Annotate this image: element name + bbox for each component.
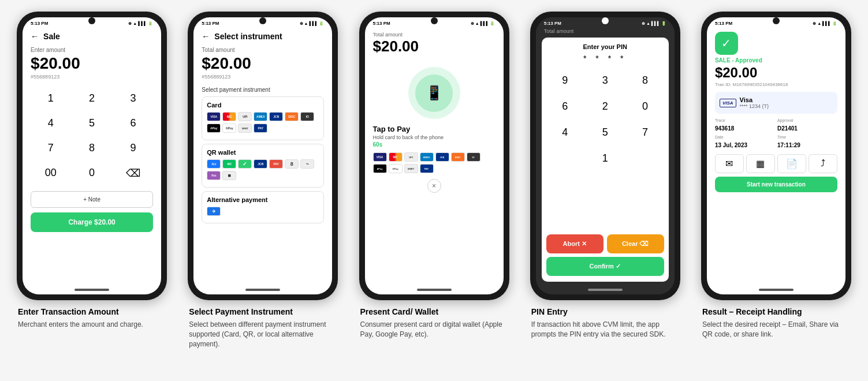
pin-key-empty1 xyxy=(546,147,584,170)
qr-7[interactable]: ~ xyxy=(300,159,314,169)
instrument-section-label: Select payment instrument xyxy=(202,87,324,93)
desc-text-4: If transaction hit above CVM limit, the … xyxy=(531,320,679,339)
jcb-qr-icon[interactable]: JCB xyxy=(254,159,267,169)
qr-button[interactable]: ▦ xyxy=(746,154,775,173)
date-label: Date xyxy=(715,135,775,139)
pin-key-3[interactable]: 3 xyxy=(586,69,624,92)
back-arrow-2[interactable]: ← xyxy=(202,32,210,41)
pin-key-8[interactable]: 8 xyxy=(626,69,664,92)
amount-display-2: $20.00 xyxy=(202,54,324,73)
amex-icon[interactable]: AMEX xyxy=(254,112,267,121)
nav-bar-2: ← Select instrument xyxy=(202,32,324,41)
abort-button[interactable]: Abort ✕ xyxy=(546,234,603,253)
payment-group-alt: Alternative payment ✈ xyxy=(202,191,324,223)
share-button[interactable]: ⤴ xyxy=(809,154,837,173)
alipay-icon[interactable]: ALI xyxy=(207,159,221,169)
tap-amex-icon: AMEX xyxy=(420,152,434,162)
key-0[interactable]: 0 xyxy=(72,161,111,185)
trace-value: 943618 xyxy=(715,125,734,132)
section-select-instrument: 5:13 PM ⊕ ▲ ▌▌▌ 🔋 ← Select instrument To… xyxy=(182,12,343,349)
confirm-button[interactable]: Confirm ✓ xyxy=(546,257,664,276)
nfc-animation: 📱 xyxy=(373,67,496,119)
samsung-icon[interactable]: SMRT xyxy=(238,124,252,133)
screen-content-3: Total amount $20.00 📱 Tap to Pay Hold ca… xyxy=(365,27,504,286)
key-1[interactable]: 1 xyxy=(31,87,70,110)
time-3: 5:13 PM xyxy=(373,21,390,26)
visa-icon[interactable]: VISA xyxy=(207,112,221,121)
key-00[interactable]: 00 xyxy=(31,161,70,185)
pin-key-6[interactable]: 6 xyxy=(546,95,584,118)
io-icon[interactable]: IO xyxy=(300,112,314,121)
back-arrow-1[interactable]: ← xyxy=(31,32,39,41)
pin-key-1[interactable]: 1 xyxy=(586,147,624,170)
approved-icon: ✓ xyxy=(715,32,738,55)
qr-6[interactable]: 8 xyxy=(285,159,299,169)
alt-pay-icon[interactable]: ✈ xyxy=(207,207,221,216)
mastercard-icon[interactable]: MC xyxy=(222,112,236,121)
clear-button[interactable]: Clear ⌫ xyxy=(607,234,664,253)
wechat-icon[interactable]: WC xyxy=(222,159,236,169)
pin-key-empty2 xyxy=(626,147,664,170)
desc-text-3: Consumer present card or digital wallet … xyxy=(360,320,508,339)
key-7[interactable]: 7 xyxy=(31,136,70,160)
home-indicator-4 xyxy=(588,289,623,291)
bluetooth-icon: ⊕ xyxy=(128,21,132,26)
pin-key-0[interactable]: 0 xyxy=(626,95,664,118)
phone-notch-1 xyxy=(88,17,95,24)
qr-9[interactable]: ■ xyxy=(222,171,236,180)
pin-key-4[interactable]: 4 xyxy=(546,121,584,144)
pay-icon[interactable]: PAY xyxy=(254,124,267,133)
desc-section-1: Enter Transaction Amount Merchant enters… xyxy=(17,307,167,330)
pin-key-5[interactable]: 5 xyxy=(586,121,624,144)
tap-apple-icon: APay xyxy=(373,164,387,173)
note-button[interactable]: + Note xyxy=(31,191,153,208)
tap-discover-icon: DISC xyxy=(451,152,465,162)
card-icons-row-2: APay GPay SMRT PAY xyxy=(207,124,319,133)
upi-icon[interactable]: UPI xyxy=(238,112,252,121)
key-6[interactable]: 6 xyxy=(113,111,153,135)
total-label-3: Total amount xyxy=(373,32,496,38)
key-8[interactable]: 8 xyxy=(72,136,111,160)
total-label-2: Total amount xyxy=(202,47,324,53)
pin-key-7[interactable]: 7 xyxy=(626,121,664,144)
desc-section-2: Select Payment Instrument Select between… xyxy=(188,307,338,349)
applepay-icon[interactable]: APay xyxy=(207,124,221,133)
payment-group-card: Card VISA MC UPI AMEX JCB DISC IO APay xyxy=(202,96,324,140)
new-transaction-button[interactable]: Start new transaction xyxy=(715,177,837,192)
section-result: 5:13 PM ⊕ ▲ ▌▌▌ 🔋 ✓ SALE - Approved $20.… xyxy=(696,12,856,349)
check-icon[interactable]: ✓ xyxy=(238,159,252,169)
approval-value: D21401 xyxy=(777,125,798,132)
discover-icon[interactable]: DISC xyxy=(285,112,299,121)
nfc-circle-inner: 📱 xyxy=(415,74,453,112)
email-button[interactable]: ✉ xyxy=(715,154,744,173)
key-3[interactable]: 3 xyxy=(113,87,153,110)
status-sym-2: ⊕ ▲ ▌▌▌ 🔋 xyxy=(300,21,325,26)
group-title-card: Card xyxy=(207,102,319,109)
key-5[interactable]: 5 xyxy=(72,111,111,135)
cancel-button-3[interactable]: × xyxy=(427,179,441,193)
jcb-icon[interactable]: JCB xyxy=(269,112,283,121)
phone-screen-4: 5:13 PM ⊕ ▲ ▌▌▌ 🔋 Total amount Enter you… xyxy=(536,17,675,294)
enter-pin-label: Enter your PIN xyxy=(546,43,664,50)
home-indicator-3 xyxy=(417,289,452,291)
card-brand: Visa xyxy=(740,96,769,103)
key-backspace[interactable]: ⌫ xyxy=(113,161,153,185)
tap-jcb-icon: JCB xyxy=(435,152,449,162)
tran-id: Tran ID: M16789903521049438618 xyxy=(715,82,837,87)
trace-label: Trace xyxy=(715,118,775,122)
phone-screen-3: 5:13 PM ⊕ ▲ ▌▌▌ 🔋 Total amount $20.00 📱 xyxy=(365,17,504,294)
nfc-circle-outer: 📱 xyxy=(408,67,460,119)
payment-group-qr: QR wallet ALI WC ✓ JCB PAY 8 ~ Pnt xyxy=(202,144,324,188)
pin-key-2[interactable]: 2 xyxy=(586,95,624,118)
key-9[interactable]: 9 xyxy=(113,136,153,160)
key-2[interactable]: 2 xyxy=(72,87,111,110)
charge-button[interactable]: Charge $20.00 xyxy=(31,212,153,232)
document-button[interactable]: 📄 xyxy=(777,154,806,173)
pnt-icon[interactable]: Pnt xyxy=(207,171,221,180)
key-4[interactable]: 4 xyxy=(31,111,70,135)
desc-title-4: PIN Entry xyxy=(531,307,679,316)
googlepay-icon[interactable]: GPay xyxy=(222,124,236,133)
pay-qr-icon[interactable]: PAY xyxy=(269,159,283,169)
card-number: **** 1234 (T) xyxy=(740,103,769,109)
pin-key-9[interactable]: 9 xyxy=(546,69,584,92)
